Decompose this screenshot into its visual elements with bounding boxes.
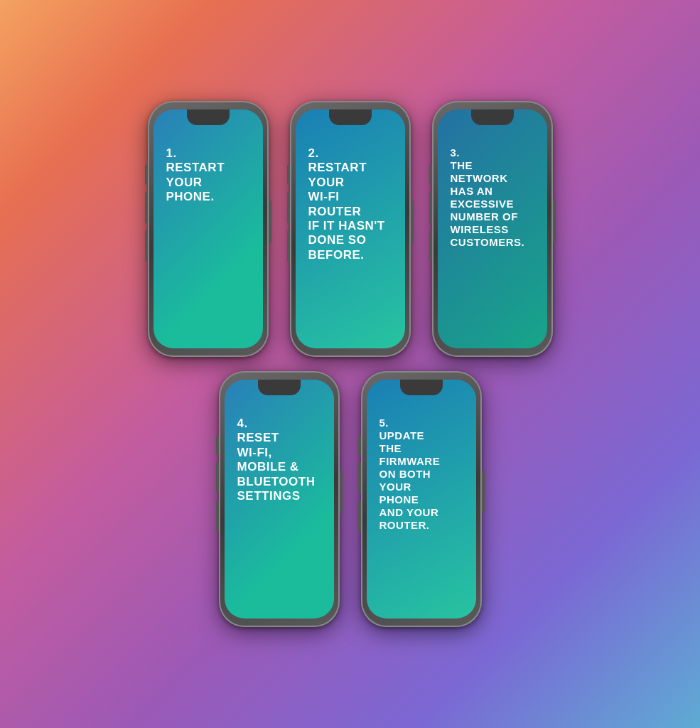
phone-btn-vol-up-1 xyxy=(145,192,148,223)
phone-btn-power-1 xyxy=(269,200,271,243)
phone-btn-mute-4 xyxy=(216,435,219,455)
phone-screen-1: 1.RESTARTYOURPHONE. xyxy=(154,109,263,348)
phone-btn-vol-up-2 xyxy=(287,192,290,223)
phone-btn-power-4 xyxy=(340,471,343,513)
phone-btn-power-3 xyxy=(553,200,556,243)
phone-btn-mute-5 xyxy=(358,435,361,455)
phone-btn-vol-down-4 xyxy=(216,500,219,532)
phone-btn-vol-down-1 xyxy=(145,230,148,262)
phone-btn-vol-down-2 xyxy=(287,230,290,262)
phone-btn-mute-1 xyxy=(145,165,148,185)
phone-text-2: 2.RESTARTYOURWI-FIROUTERIF IT HASN'TDONE… xyxy=(308,146,385,262)
phone-btn-vol-up-4 xyxy=(216,462,219,493)
phone-notch-4 xyxy=(258,380,301,395)
phone-btn-power-2 xyxy=(411,200,414,243)
phone-notch-5 xyxy=(400,380,443,395)
phone-5: 5.UPDATETHEFIRMWAREON BOTHYOURPHONEAND Y… xyxy=(361,371,482,627)
phone-btn-vol-down-3 xyxy=(429,230,432,262)
phone-btn-vol-up-5 xyxy=(358,462,361,493)
phone-screen-4: 4.RESETWI-FI,MOBILE &BLUETOOTHSETTINGS xyxy=(225,380,334,619)
phone-btn-vol-down-5 xyxy=(358,500,361,532)
phone-btn-power-5 xyxy=(482,471,485,513)
phone-btn-mute-2 xyxy=(287,165,290,185)
phone-btn-vol-up-3 xyxy=(429,192,432,223)
top-row: 1.RESTARTYOURPHONE. 2.RESTARTYOURWI-FIRO… xyxy=(148,101,553,357)
phone-screen-2: 2.RESTARTYOURWI-FIROUTERIF IT HASN'TDONE… xyxy=(296,109,405,348)
phone-btn-mute-3 xyxy=(429,165,432,185)
phone-notch-2 xyxy=(329,109,372,125)
phone-notch-1 xyxy=(187,109,230,125)
phone-1: 1.RESTARTYOURPHONE. xyxy=(148,101,269,357)
phone-2: 2.RESTARTYOURWI-FIROUTERIF IT HASN'TDONE… xyxy=(290,101,411,357)
phone-text-1: 1.RESTARTYOURPHONE. xyxy=(166,146,225,205)
phone-text-4: 4.RESETWI-FI,MOBILE &BLUETOOTHSETTINGS xyxy=(237,417,316,503)
phone-text-3: 3.THENETWORKHAS ANEXCESSIVENUMBER OFWIRE… xyxy=(451,146,525,249)
phone-notch-3 xyxy=(471,109,514,125)
phone-screen-3: 3.THENETWORKHAS ANEXCESSIVENUMBER OFWIRE… xyxy=(438,109,547,348)
phone-4: 4.RESETWI-FI,MOBILE &BLUETOOTHSETTINGS xyxy=(219,371,340,627)
phone-text-5: 5.UPDATETHEFIRMWAREON BOTHYOURPHONEAND Y… xyxy=(379,417,441,532)
phone-screen-5: 5.UPDATETHEFIRMWAREON BOTHYOURPHONEAND Y… xyxy=(367,380,476,619)
bottom-row: 4.RESETWI-FI,MOBILE &BLUETOOTHSETTINGS 5… xyxy=(219,371,482,627)
phone-3: 3.THENETWORKHAS ANEXCESSIVENUMBER OFWIRE… xyxy=(432,101,553,357)
